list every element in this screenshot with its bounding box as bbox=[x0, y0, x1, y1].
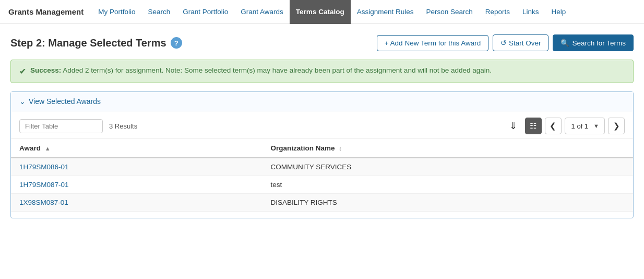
download-icon[interactable]: ⇓ bbox=[505, 118, 522, 134]
table-header: Award ▲ Organization Name ↕ bbox=[11, 139, 633, 158]
main-content: Step 2: Manage Selected Terms ? + Add Ne… bbox=[0, 24, 644, 237]
chevron-down-icon: ⌄ bbox=[19, 97, 26, 106]
alert-message: Success: Added 2 term(s) for assignment.… bbox=[30, 66, 492, 74]
add-new-term-button[interactable]: + Add New Term for this Award bbox=[377, 35, 488, 51]
grid-view-icon[interactable]: ☷ bbox=[525, 118, 542, 134]
table-controls-right: ⇓ ☷ ❮ 1 of 1 ▼ ❯ bbox=[505, 118, 625, 134]
navbar: Grants Management My Portfolio Search Gr… bbox=[0, 0, 644, 24]
award-cell[interactable]: 1H79SM087-01 bbox=[11, 176, 262, 194]
pagination-dropdown-icon[interactable]: ▼ bbox=[592, 123, 600, 129]
help-icon[interactable]: ? bbox=[171, 37, 182, 49]
table-wrapper: Award ▲ Organization Name ↕ 1H79SM086-01… bbox=[11, 138, 633, 218]
alert-text: Added 2 term(s) for assignment. Note: So… bbox=[63, 66, 492, 74]
award-cell[interactable]: 1X98SM087-01 bbox=[11, 194, 262, 212]
filter-table-input[interactable] bbox=[19, 119, 103, 133]
page-title: Step 2: Manage Selected Terms bbox=[10, 37, 166, 49]
nav-item-search[interactable]: Search bbox=[141, 0, 176, 24]
nav-item-person-search[interactable]: Person Search bbox=[420, 0, 479, 24]
award-cell[interactable]: 1H79SM086-01 bbox=[11, 158, 262, 176]
col-org-name-label: Organization Name bbox=[270, 144, 335, 152]
sort-org-icon: ↕ bbox=[339, 145, 342, 152]
nav-item-reports[interactable]: Reports bbox=[479, 0, 516, 24]
col-org-name[interactable]: Organization Name ↕ bbox=[262, 139, 633, 158]
search-for-terms-button[interactable]: 🔍 Search for Terms bbox=[553, 34, 634, 51]
nav-menu: My Portfolio Search Grant Portfolio Gran… bbox=[92, 0, 572, 24]
app-brand: Grants Management bbox=[8, 7, 84, 16]
table-row: 1H79SM087-01 test bbox=[11, 176, 633, 194]
start-over-button[interactable]: ↺ Start Over bbox=[493, 34, 548, 51]
nav-item-links[interactable]: Links bbox=[516, 0, 545, 24]
col-award[interactable]: Award ▲ bbox=[11, 139, 262, 158]
page-header: Step 2: Manage Selected Terms ? + Add Ne… bbox=[10, 34, 634, 51]
prev-page-button[interactable]: ❮ bbox=[545, 118, 562, 134]
sort-award-icon: ▲ bbox=[45, 145, 51, 152]
nav-item-terms-catalog[interactable]: Terms Catalog bbox=[290, 0, 351, 24]
nav-item-assignment-rules[interactable]: Assignment Rules bbox=[351, 0, 420, 24]
nav-item-grant-portfolio[interactable]: Grant Portfolio bbox=[176, 0, 234, 24]
table-row: 1H79SM086-01 COMMUNITY SERVICES bbox=[11, 158, 633, 176]
results-count: 3 Results bbox=[109, 122, 137, 130]
header-buttons: + Add New Term for this Award ↺ Start Ov… bbox=[377, 34, 634, 51]
org-name-cell: DISABILITY RIGHTS bbox=[262, 194, 633, 212]
table-body: 1H79SM086-01 COMMUNITY SERVICES 1H79SM08… bbox=[11, 158, 633, 212]
table-header-row: Award ▲ Organization Name ↕ bbox=[11, 139, 633, 158]
org-name-cell: test bbox=[262, 176, 633, 194]
search-for-terms-label: Search for Terms bbox=[572, 39, 626, 47]
pagination-text: 1 of 1 bbox=[569, 122, 591, 130]
search-icon: 🔍 bbox=[560, 39, 569, 47]
nav-item-grant-awards[interactable]: Grant Awards bbox=[234, 0, 290, 24]
table-controls: 3 Results ⇓ ☷ ❮ 1 of 1 ▼ ❯ bbox=[11, 111, 633, 138]
table-controls-left: 3 Results bbox=[19, 119, 137, 133]
org-name-cell: COMMUNITY SERVICES bbox=[262, 158, 633, 176]
next-page-button[interactable]: ❯ bbox=[608, 118, 625, 134]
col-award-label: Award bbox=[19, 144, 41, 152]
page-title-container: Step 2: Manage Selected Terms ? bbox=[10, 37, 182, 49]
panel-collapse-label: View Selected Awards bbox=[29, 97, 101, 106]
table-row: 1X98SM087-01 DISABILITY RIGHTS bbox=[11, 194, 633, 212]
pagination-info: 1 of 1 ▼ bbox=[565, 118, 605, 134]
view-selected-awards-toggle[interactable]: ⌄ View Selected Awards bbox=[11, 92, 633, 111]
awards-table: Award ▲ Organization Name ↕ 1H79SM086-01… bbox=[11, 138, 633, 212]
nav-item-my-portfolio[interactable]: My Portfolio bbox=[92, 0, 141, 24]
alert-bold: Success: bbox=[30, 66, 61, 74]
nav-item-help[interactable]: Help bbox=[545, 0, 573, 24]
selected-awards-panel: ⌄ View Selected Awards 3 Results ⇓ ☷ ❮ 1… bbox=[10, 91, 634, 218]
success-alert: ✔ Success: Added 2 term(s) for assignmen… bbox=[10, 60, 634, 83]
check-icon: ✔ bbox=[19, 66, 26, 76]
